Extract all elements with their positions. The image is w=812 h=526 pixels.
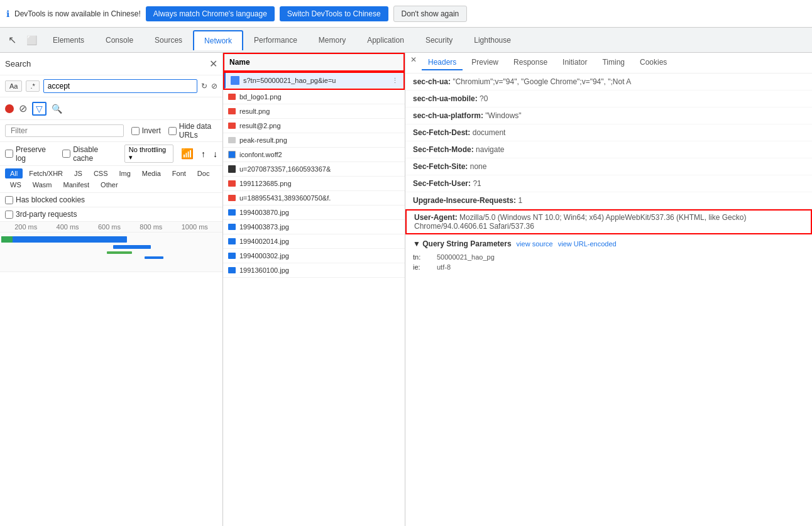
tab-security[interactable]: Security — [415, 30, 463, 50]
view-source-link[interactable]: view source — [517, 240, 553, 248]
img-icon — [228, 195, 236, 201]
file-name: 1991123685.png — [239, 180, 292, 187]
invert-checkbox-input[interactable] — [131, 127, 140, 135]
preserve-log-label[interactable]: Preserve log — [5, 145, 55, 163]
filter-ws[interactable]: WS — [5, 180, 26, 190]
filter-icon[interactable]: ▽ — [32, 102, 47, 116]
disable-cache-checkbox[interactable] — [62, 150, 70, 158]
file-name: result@2.png — [239, 122, 281, 129]
tab-performance[interactable]: Performance — [243, 30, 308, 50]
filter-doc[interactable]: Doc — [192, 168, 215, 178]
filter-manifest[interactable]: Manifest — [58, 180, 95, 190]
header-user-agent: User-Agent: Mozilla/5.0 (Windows NT 10.0… — [405, 209, 812, 234]
file-name: result.png — [239, 107, 270, 115]
timeline-bar-main — [1, 236, 127, 243]
list-item[interactable]: 1994003870.jpg — [223, 205, 405, 220]
list-item[interactable]: result@2.png — [223, 119, 405, 133]
list-item[interactable]: 1991360100.jpg — [223, 263, 405, 278]
cursor-icon[interactable]: ↖ — [3, 34, 21, 46]
blocked-cookies-checkbox[interactable] — [5, 196, 13, 204]
record-button[interactable] — [5, 104, 14, 113]
list-item[interactable]: result.png — [223, 104, 405, 119]
tab-elements[interactable]: Elements — [42, 30, 95, 50]
has-blocked-cookies[interactable]: Has blocked cookies — [5, 195, 85, 204]
network-toolbar: ⊘ ▽ 🔍 — [0, 97, 222, 120]
tab-headers[interactable]: Headers — [422, 55, 463, 70]
filter-row: Invert Hide data URLs — [0, 120, 222, 142]
file-item-selected[interactable]: s?tn=50000021_hao_pg&ie=u ⋮ — [224, 73, 403, 89]
filter-all[interactable]: All — [5, 168, 23, 178]
tab-network[interactable]: Network — [193, 30, 243, 50]
dont-show-again-button[interactable]: Don't show again — [393, 6, 468, 22]
list-item[interactable]: 1991123685.png — [223, 177, 405, 191]
list-item[interactable]: 1994003873.jpg — [223, 220, 405, 234]
query-val-ie: utf-8 — [437, 263, 451, 271]
block-icon[interactable]: ⊘ — [211, 82, 217, 90]
list-item[interactable]: peak-result.png — [223, 133, 405, 148]
filter-fetch-xhr[interactable]: Fetch/XHR — [24, 168, 68, 178]
header-sec-fetch-site: Sec-Fetch-Site: none — [405, 158, 812, 175]
clear-icon[interactable]: ⊘ — [19, 102, 27, 114]
file-name: iconfont.woff2 — [239, 151, 282, 158]
invert-checkbox[interactable]: Invert — [131, 126, 161, 135]
img-icon — [228, 108, 236, 114]
filter-other[interactable]: Other — [96, 180, 123, 190]
list-item[interactable]: bd_logo1.png — [223, 90, 405, 104]
always-match-button[interactable]: Always match Chrome's language — [146, 6, 275, 21]
tab-response[interactable]: Response — [507, 55, 554, 70]
filter-css[interactable]: CSS — [89, 168, 113, 178]
img-icon — [228, 209, 236, 216]
filter-media[interactable]: Media — [137, 168, 166, 178]
close-panel-icon[interactable]: ✕ — [410, 55, 417, 70]
third-party-input[interactable] — [5, 211, 13, 219]
disable-cache-label[interactable]: Disable cache — [62, 145, 117, 163]
hide-data-urls-label: Hide data URLs — [179, 122, 217, 140]
preserve-log-checkbox[interactable] — [5, 150, 13, 158]
filter-wasm[interactable]: Wasm — [28, 180, 57, 190]
query-params-section: ▼ Query String Parameters view source vi… — [405, 234, 812, 277]
hide-data-urls-input[interactable] — [168, 127, 177, 135]
list-item[interactable]: 1994000302.jpg — [223, 249, 405, 263]
tab-lighthouse[interactable]: Lighthouse — [463, 30, 522, 50]
timeline-bars — [0, 233, 222, 267]
upload-icon[interactable]: ↑ — [201, 149, 206, 159]
download-icon[interactable]: ↓ — [213, 149, 217, 159]
content-area: Search ✕ Aa .* ↻ ⊘ ⊘ ▽ 🔍 Invert H — [0, 53, 812, 526]
query-key-tn: tn: — [413, 253, 432, 261]
scroll-handle[interactable]: ⋮ — [392, 77, 398, 85]
query-param-ie: ie: utf-8 — [413, 262, 804, 272]
list-item[interactable]: iconfont.woff2 — [223, 148, 405, 162]
refresh-icon[interactable]: ↻ — [201, 82, 207, 90]
throttling-select[interactable]: No throttling ▾ — [124, 145, 173, 163]
regex-button[interactable]: .* — [26, 80, 39, 92]
list-item[interactable]: u=2070873357,1660593367& — [223, 162, 405, 177]
tab-cookies[interactable]: Cookies — [634, 55, 673, 70]
search-network-icon[interactable]: 🔍 — [52, 104, 62, 114]
list-item[interactable]: u=188955431,3893600750&f. — [223, 191, 405, 205]
tab-memory[interactable]: Memory — [308, 30, 356, 50]
switch-language-button[interactable]: Switch DevTools to Chinese — [280, 6, 388, 21]
device-icon[interactable]: ⬜ — [21, 35, 42, 45]
filter-img[interactable]: Img — [114, 168, 136, 178]
wifi-icon[interactable]: 📶 — [181, 148, 194, 160]
tab-sources[interactable]: Sources — [144, 30, 193, 50]
files-panel: Name s?tn=50000021_hao_pg&ie=u ⋮ bd_logo… — [223, 53, 405, 526]
tab-timing[interactable]: Timing — [596, 55, 631, 70]
hide-data-urls-checkbox[interactable]: Hide data URLs — [168, 122, 217, 140]
close-search-icon[interactable]: ✕ — [209, 58, 217, 70]
list-item[interactable]: 1994002014.jpg — [223, 234, 405, 249]
third-party-checkbox[interactable]: 3rd-party requests — [5, 210, 77, 219]
query-title: ▼ Query String Parameters view source vi… — [413, 239, 804, 248]
tab-preview[interactable]: Preview — [465, 55, 505, 70]
search-input[interactable] — [43, 79, 197, 93]
view-url-encoded-link[interactable]: view URL-encoded — [558, 240, 617, 248]
filter-js[interactable]: JS — [69, 168, 87, 178]
img-icon — [228, 180, 236, 187]
filter-input[interactable] — [5, 124, 124, 137]
tab-application[interactable]: Application — [356, 30, 415, 50]
filter-font[interactable]: Font — [167, 168, 191, 178]
tab-console[interactable]: Console — [95, 30, 144, 50]
tab-initiator[interactable]: Initiator — [556, 55, 593, 70]
match-case-button[interactable]: Aa — [5, 80, 22, 92]
timeline-bar-4 — [145, 256, 163, 259]
